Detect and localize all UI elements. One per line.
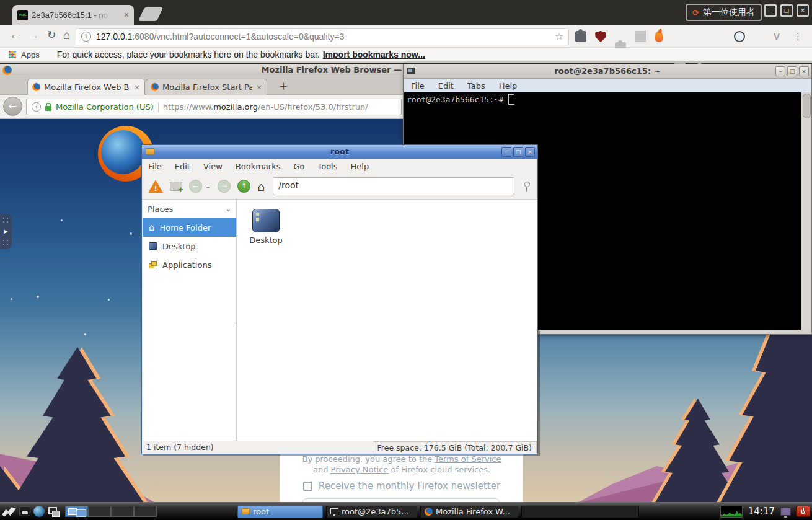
menu-tools[interactable]: Tools — [317, 162, 337, 171]
workspace-1[interactable] — [65, 506, 88, 517]
new-tab-icon[interactable]: + — [275, 81, 292, 93]
page-info-icon[interactable]: i — [32, 102, 41, 112]
menu-view[interactable]: View — [203, 162, 223, 171]
menu-file[interactable]: File — [411, 81, 425, 90]
taskbar-button-firefox[interactable]: Mozilla Firefox W... — [420, 505, 518, 518]
menu-help[interactable]: Help — [499, 81, 518, 90]
up-icon[interactable]: ↑ — [237, 180, 250, 193]
chrome-tab-title: 2e3a7b566c15:1 - no — [32, 11, 112, 20]
menu-help[interactable]: Help — [351, 162, 369, 171]
firefox-tab-inactive[interactable]: Mozilla Firefox Start Pag × — [146, 79, 267, 95]
apps-grid-icon[interactable] — [9, 51, 16, 58]
reload-icon[interactable]: ↻ — [47, 29, 56, 42]
fm-minimize-button[interactable]: – — [501, 147, 511, 157]
file-manager-statusbar: 1 item (7 hidden) Free space: 176.5 GiB … — [143, 441, 537, 453]
forward-icon[interactable]: → — [218, 180, 231, 193]
tree-illustration — [718, 333, 812, 503]
newsletter-checkbox[interactable] — [303, 482, 312, 491]
extension-puzzle-icon[interactable] — [575, 31, 586, 42]
workspace-3[interactable] — [111, 506, 134, 517]
tab-close-icon[interactable]: × — [124, 11, 129, 19]
menu-bookmarks[interactable]: Bookmarks — [236, 162, 281, 171]
violentmonkey-extension-icon[interactable]: V — [774, 31, 780, 42]
menu-file[interactable]: File — [148, 162, 162, 171]
sidebar-item-desktop[interactable]: Desktop — [143, 237, 236, 255]
sidebar-item-home-folder[interactable]: ⌂ Home Folder — [143, 218, 236, 237]
taskbar-button-root[interactable]: root — [237, 505, 323, 518]
taskbar-button-terminal[interactable]: root@2e3a7b5... — [326, 505, 417, 518]
url-domain: mozilla.org — [213, 102, 258, 112]
show-desktop-icon[interactable] — [48, 506, 60, 517]
forward-icon[interactable]: → — [29, 29, 39, 42]
file-manager-launcher-icon[interactable] — [19, 506, 30, 516]
back-button[interactable]: ← — [3, 97, 22, 116]
back-icon[interactable]: ← — [10, 29, 20, 42]
handle-dots — [3, 240, 9, 245]
window-close-button[interactable]: × — [797, 4, 809, 17]
terminal-minimize-button[interactable]: – — [775, 66, 785, 76]
terms-of-service-link[interactable]: Terms of Service — [435, 454, 501, 464]
fm-maximize-button[interactable]: □ — [513, 147, 523, 157]
terminal-close-button[interactable]: × — [799, 66, 809, 76]
profile-badge[interactable]: ⟳ 第一位使用者 — [686, 4, 762, 21]
scrollbar-thumb[interactable] — [803, 94, 811, 118]
back-icon[interactable]: ← — [189, 180, 202, 193]
fm-close-button[interactable]: × — [525, 147, 535, 157]
extension-grid-icon[interactable] — [635, 31, 646, 42]
file-manager-titlebar[interactable]: root – □ × — [142, 145, 537, 159]
chat-bubble-extension-icon[interactable] — [734, 31, 745, 42]
flame-extension-icon[interactable] — [655, 31, 663, 42]
import-bookmarks-link[interactable]: Import bookmarks now... — [323, 50, 425, 59]
newsletter-row: Receive the monthly Firefox newsletter — [280, 480, 523, 491]
home-icon[interactable]: ⌂ — [257, 180, 265, 193]
privacy-notice-link[interactable]: Privacy Notice — [331, 465, 389, 474]
browser-launcher-icon[interactable] — [33, 506, 45, 517]
url-rest: :6080/vnc.html?autoconnect=1&autoscale=0… — [132, 32, 344, 42]
workspace-2[interactable] — [88, 506, 111, 517]
new-tab-icon[interactable]: + — [170, 182, 182, 191]
novnc-control-handle[interactable]: ▶ — [0, 214, 12, 249]
menu-tabs[interactable]: Tabs — [467, 81, 485, 90]
bookmark-star-icon[interactable]: ☆ — [555, 31, 563, 42]
logout-power-button[interactable] — [796, 506, 810, 517]
chrome-tab[interactable]: VNC 2e3a7b566c15:1 - no × — [12, 5, 134, 25]
workspace-4[interactable] — [134, 506, 157, 517]
terminal-maximize-button[interactable]: □ — [787, 66, 797, 76]
places-sidebar: Places ⌄ ⌂ Home Folder Desktop Applicati… — [143, 200, 237, 441]
new-tab-button[interactable] — [138, 7, 163, 21]
screen-lock-icon[interactable] — [780, 508, 791, 516]
tab-close-icon[interactable]: × — [256, 83, 262, 92]
location-pin-icon[interactable] — [523, 181, 531, 192]
window-minimize-button[interactable]: – — [764, 4, 777, 17]
sidebar-item-applications[interactable]: Applications — [143, 255, 236, 274]
tree-illustration — [5, 347, 150, 503]
apps-label[interactable]: Apps — [21, 50, 40, 59]
menu-go[interactable]: Go — [293, 162, 304, 171]
url-text[interactable]: https://www.mozilla.org/en-US/firefox/53… — [163, 102, 368, 112]
pane-resize-handle[interactable]: ⋮ — [233, 322, 239, 328]
file-item-desktop[interactable]: Desktop — [245, 209, 286, 245]
menu-edit[interactable]: Edit — [175, 162, 190, 171]
file-label: Desktop — [245, 236, 286, 245]
file-list-area[interactable]: Desktop — [237, 200, 537, 441]
terminal-scrollbar[interactable] — [801, 92, 811, 330]
app-menu-icon[interactable] — [2, 506, 16, 516]
window-maximize-button[interactable]: □ — [780, 4, 793, 17]
chrome-menu-icon[interactable]: ⋮ — [793, 31, 803, 42]
warning-icon[interactable]: ! — [148, 180, 163, 193]
page-info-icon[interactable]: i — [81, 32, 91, 42]
path-input[interactable]: /root — [273, 177, 514, 195]
omnibox[interactable]: i 127.0.0.1:6080/vnc.html?autoconnect=1&… — [76, 28, 569, 45]
terminal-titlebar[interactable]: root@2e3a7b566c15: ~ – □ × — [404, 64, 811, 79]
places-label: Places — [148, 205, 173, 214]
vnc-desktop: Mozilla Firefox Web Browser — Mozilla Fi… — [0, 64, 812, 520]
firefox-tab-active[interactable]: Mozilla Firefox Web Bro × — [27, 79, 145, 95]
desktop-icon — [149, 242, 157, 250]
tab-close-icon[interactable]: × — [134, 83, 140, 92]
url-text[interactable]: 127.0.0.1:6080/vnc.html?autoconnect=1&au… — [96, 32, 344, 42]
history-chevron-icon[interactable]: ⌄ — [205, 182, 211, 190]
menu-edit[interactable]: Edit — [438, 81, 454, 90]
home-icon[interactable]: ⌂ — [63, 29, 70, 42]
places-header[interactable]: Places ⌄ — [143, 200, 236, 218]
firefox-urlbar[interactable]: i Mozilla Corporation (US) https://www.m… — [26, 99, 402, 115]
